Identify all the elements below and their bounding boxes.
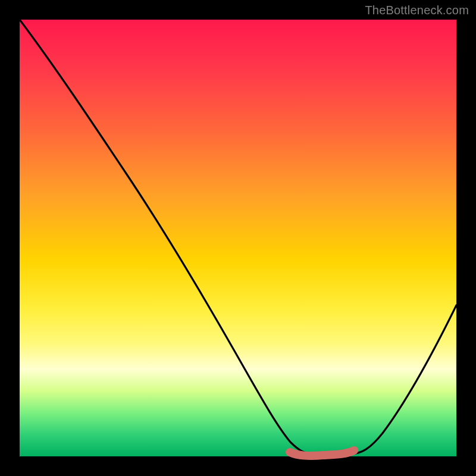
bottleneck-curve-path [20, 20, 456, 454]
chart-svg [20, 20, 456, 456]
floor-band-path [290, 450, 354, 456]
watermark-text: TheBottleneck.com [365, 4, 469, 17]
chart-container: TheBottleneck.com [0, 0, 476, 476]
